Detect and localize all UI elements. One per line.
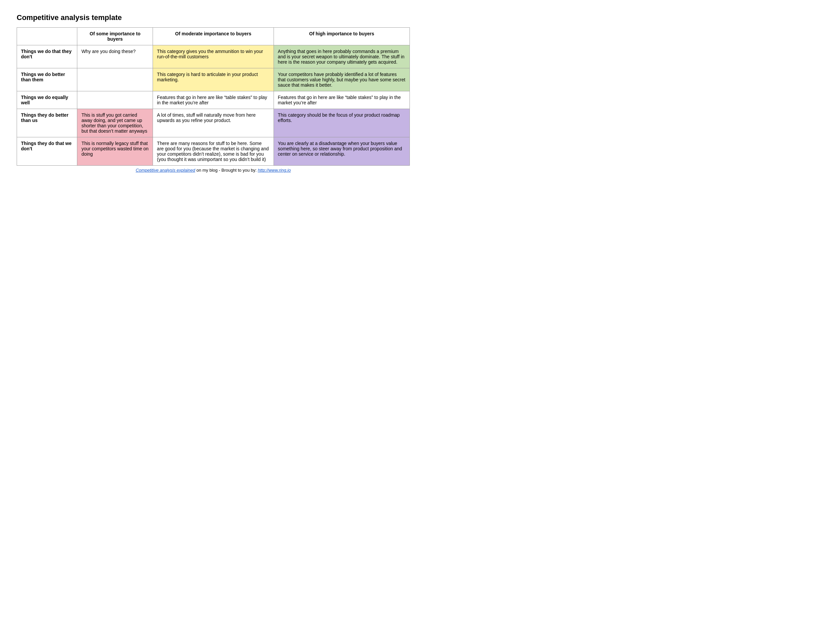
page-title: Competitive analysis template — [17, 13, 816, 22]
footer: Competitive analysis explained on my blo… — [17, 167, 410, 173]
footer-url[interactable]: http://www.ring.io — [258, 167, 291, 173]
table-row: Things we do better than themThis catego… — [17, 68, 410, 91]
footer-link[interactable]: Competitive analysis explained — [136, 167, 195, 173]
header-col3: Of high importance to buyers — [273, 28, 410, 45]
row-label-2: Things we do equally well — [17, 91, 77, 109]
table-row: Things we do equally wellFeatures that g… — [17, 91, 410, 109]
row-col1-2 — [77, 91, 153, 109]
row-label-4: Things they do that we don't — [17, 137, 77, 166]
header-col1: Of some importance to buyers — [77, 28, 153, 45]
row-col1-3: This is stuff you got carried away doing… — [77, 109, 153, 137]
row-label-3: Things they do better than us — [17, 109, 77, 137]
row-col2-1: This category is hard to articulate in y… — [153, 68, 274, 91]
row-col3-3: This category should be the focus of you… — [273, 109, 410, 137]
row-col2-3: A lot of times, stuff will naturally mov… — [153, 109, 274, 137]
row-col2-2: Features that go in here are like “table… — [153, 91, 274, 109]
header-col0 — [17, 28, 77, 45]
row-col2-0: This category gives you the ammunition t… — [153, 45, 274, 68]
table-row: Things we do that they don'tWhy are you … — [17, 45, 410, 68]
row-col3-1: Your competitors have probably identifie… — [273, 68, 410, 91]
row-col2-4: There are many reasons for stuff to be h… — [153, 137, 274, 166]
row-col3-4: You are clearly at a disadvantage when y… — [273, 137, 410, 166]
table-row: Things they do better than usThis is stu… — [17, 109, 410, 137]
row-col1-1 — [77, 68, 153, 91]
header-col2: Of moderate importance to buyers — [153, 28, 274, 45]
footer-suffix: on my blog - Brought to you by: — [196, 167, 257, 173]
competitive-analysis-table: Of some importance to buyers Of moderate… — [17, 27, 410, 166]
row-col3-0: Anything that goes in here probably comm… — [273, 45, 410, 68]
row-label-0: Things we do that they don't — [17, 45, 77, 68]
table-row: Things they do that we don'tThis is norm… — [17, 137, 410, 166]
row-col1-4: This is normally legacy stuff that your … — [77, 137, 153, 166]
row-label-1: Things we do better than them — [17, 68, 77, 91]
row-col1-0: Why are you doing these? — [77, 45, 153, 68]
row-col3-2: Features that go in here are like “table… — [273, 91, 410, 109]
